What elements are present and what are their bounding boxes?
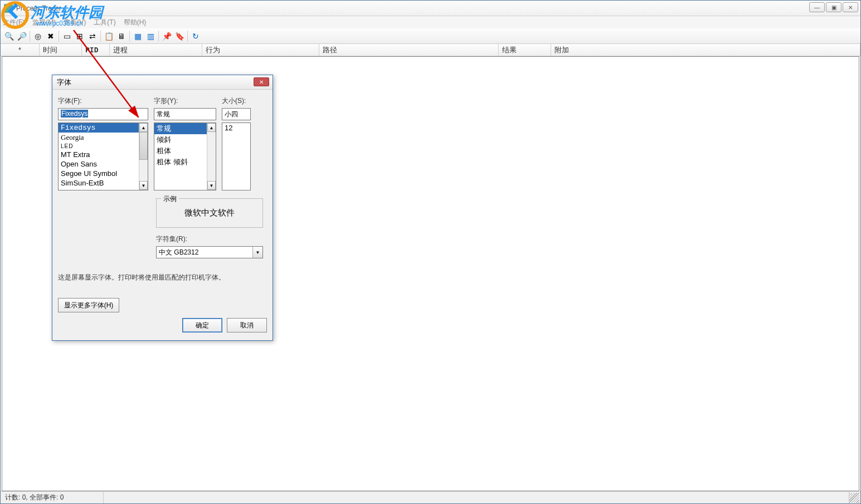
tool-flow-icon[interactable]: ⇄ [86,30,99,42]
tool-refresh-icon[interactable]: ↻ [189,30,202,42]
tool-window-icon[interactable]: ▭ [61,30,73,42]
col-action[interactable]: 行为 [202,44,319,56]
toolbar-separator [129,31,130,42]
dialog-title-text: 字体 [57,77,71,87]
charset-dropdown[interactable]: 中文 GB2312 ▼ [156,246,263,258]
toolbar-separator [187,31,188,42]
tool-filter1-icon[interactable]: ▦ [132,30,144,42]
list-item[interactable]: Open Sans [59,159,148,169]
scroll-down-icon[interactable]: ▼ [207,181,216,190]
resize-grip-icon[interactable] [849,493,859,503]
tool-clear-icon[interactable]: ✖ [45,30,57,42]
tool-search-icon[interactable]: 🔎 [16,30,28,42]
toolbar-separator [158,31,159,42]
ok-button[interactable]: 确定 [182,318,222,332]
tool-pin-icon[interactable]: 📌 [160,30,173,42]
app-title: Process Tracer [16,4,61,12]
size-input[interactable]: 小四 [222,108,251,120]
scroll-up-icon[interactable]: ▲ [139,123,148,132]
toolbar-separator [59,31,59,42]
dialog-close-button[interactable]: ✕ [254,77,269,86]
cancel-button[interactable]: 取消 [227,318,267,332]
scrollbar[interactable]: ▲ ▼ [139,123,148,190]
size-label: 大小(S): [222,96,251,106]
status-count: 计数: 0, 全部事件: 0 [1,492,104,503]
minimize-button[interactable]: — [809,2,825,12]
list-item[interactable]: 12 [222,123,250,133]
statusbar: 计数: 0, 全部事件: 0 [1,491,860,503]
sample-label: 示例 [161,194,179,204]
style-input[interactable]: 常规 [154,108,216,120]
tool-bookmark-icon[interactable]: 🔖 [173,30,186,42]
sample-text: 微软中文软件 [184,208,235,217]
size-listbox[interactable]: 12 [222,123,251,190]
col-pid[interactable]: PID [82,44,110,56]
col-extra[interactable]: 附加 [551,44,860,56]
list-item[interactable]: MT Extra [59,150,148,159]
list-item[interactable]: Georgia [59,133,148,143]
tool-filter2-icon[interactable]: ▥ [144,30,157,42]
charset-label: 字符集(R): [156,234,267,244]
tool-target-icon[interactable]: ◎ [32,30,44,42]
list-item[interactable]: Segoe UI Symbol [59,169,148,178]
charset-value: 中文 GB2312 [159,248,198,257]
menu-tools[interactable]: 工具(T) [94,18,115,27]
col-process[interactable]: 进程 [110,44,202,56]
menu-help[interactable]: 帮助(H) [124,18,147,27]
status-empty [104,492,849,503]
font-input[interactable]: Fixedsys [58,108,148,120]
app-icon [4,4,13,13]
sample-box: 示例 微软中文软件 [156,198,263,228]
menubar: 文件(F) 监视(M) 查看(V) 工具(T) 帮助(H) [1,16,860,28]
more-fonts-button[interactable]: 显示更多字体(H) [58,298,119,312]
tool-copy-icon[interactable]: 📋 [103,30,115,42]
list-item[interactable]: LED [59,143,148,150]
hint-text: 这是屏幕显示字体。打印时将使用最匹配的打印机字体。 [58,273,267,282]
menu-monitor[interactable]: 监视(M) [32,18,56,27]
menu-file[interactable]: 文件(F) [3,18,25,27]
col-path[interactable]: 路径 [319,44,499,56]
font-label: 字体(F): [58,96,148,106]
list-item[interactable]: SimSun-ExtB [59,178,148,188]
tool-monitor-icon[interactable]: 🖥 [115,30,128,42]
toolbar: 🔍 🔎 ◎ ✖ ▭ ⊞ ⇄ 📋 🖥 ▦ ▥ 📌 🔖 ↻ [1,28,860,44]
titlebar[interactable]: Process Tracer — ▣ ✕ [1,1,860,16]
list-item[interactable]: Fixedsys [59,123,148,133]
col-star[interactable]: * [1,44,40,56]
tool-zoom-icon[interactable]: 🔍 [3,30,15,42]
close-button[interactable]: ✕ [843,2,858,12]
tool-tree-icon[interactable]: ⊞ [74,30,86,42]
scroll-down-icon[interactable]: ▼ [139,181,148,190]
scroll-up-icon[interactable]: ▲ [207,123,216,132]
col-time[interactable]: 时间 [40,44,82,56]
toolbar-separator [30,31,30,42]
maximize-button[interactable]: ▣ [826,2,841,12]
col-result[interactable]: 结果 [499,44,551,56]
font-listbox[interactable]: Fixedsys Georgia LED MT Extra Open Sans … [58,123,148,190]
font-dialog: 字体 ✕ 字体(F): Fixedsys Fixedsys Georgia LE… [52,75,273,341]
scroll-thumb[interactable] [139,132,148,160]
column-headers: * 时间 PID 进程 行为 路径 结果 附加 [1,44,860,56]
scrollbar[interactable]: ▲ ▼ [207,123,216,190]
chevron-down-icon[interactable]: ▼ [252,247,262,258]
menu-view[interactable]: 查看(V) [64,18,86,27]
dialog-titlebar[interactable]: 字体 ✕ [52,75,273,90]
toolbar-separator [100,31,101,42]
style-label: 字形(Y): [154,96,216,106]
style-listbox[interactable]: 常规 倾斜 粗体 粗体 倾斜 ▲ ▼ [154,123,216,190]
